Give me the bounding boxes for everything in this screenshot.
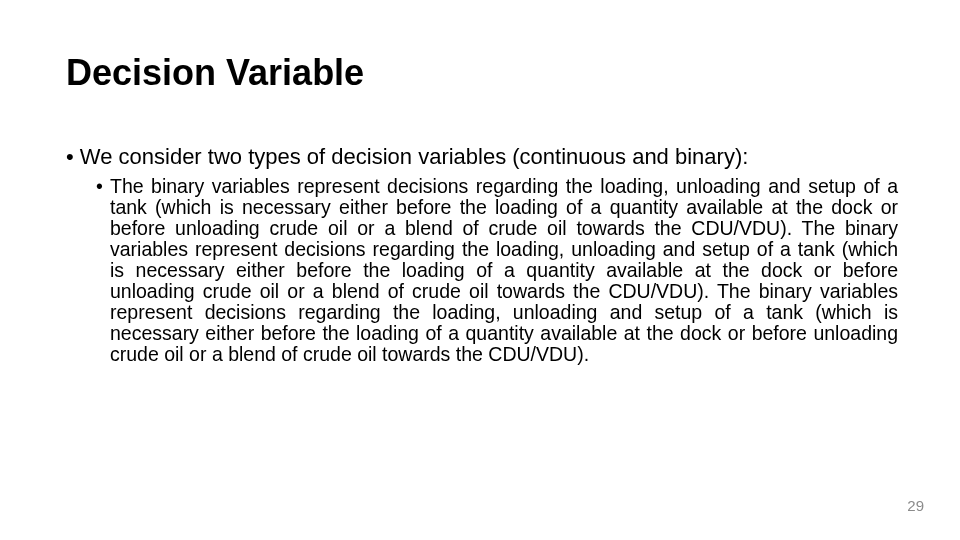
bullet-level2: The binary variables represent decisions… — [96, 176, 898, 365]
slide: Decision Variable We consider two types … — [0, 0, 960, 540]
slide-title: Decision Variable — [66, 52, 364, 94]
bullet-level1: We consider two types of decision variab… — [66, 145, 898, 170]
slide-body: We consider two types of decision variab… — [66, 145, 898, 365]
page-number: 29 — [907, 497, 924, 514]
